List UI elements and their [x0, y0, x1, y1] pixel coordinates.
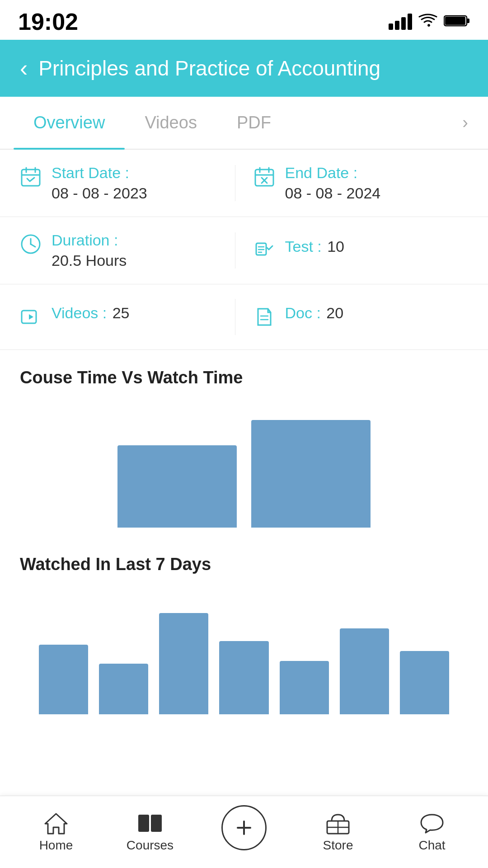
course-vs-watch-chart — [20, 401, 468, 528]
nav-chat[interactable]: Chat — [385, 812, 479, 853]
last7days-chart — [20, 588, 468, 714]
signal-icon — [389, 14, 412, 30]
chat-icon — [419, 812, 445, 835]
course-header: ‹ Principles and Practice of Accounting — [0, 40, 488, 97]
nav-add[interactable] — [197, 805, 291, 859]
status-icons — [389, 14, 470, 30]
duration-cell: Duration : 20.5 Hours — [20, 231, 235, 269]
wifi-icon — [418, 14, 437, 30]
doc-label: Doc : — [285, 304, 321, 321]
plus-icon — [234, 818, 254, 838]
back-button[interactable]: ‹ — [20, 57, 28, 80]
status-bar: 19:02 — [0, 0, 488, 40]
duration-label: Duration : — [52, 231, 127, 249]
dates-row: Start Date : 08 - 08 - 2023 End Date : 0… — [0, 150, 488, 217]
end-date-label: End Date : — [285, 164, 381, 182]
duration-value: 20.5 Hours — [52, 252, 127, 269]
start-date-label: Start Date : — [52, 164, 147, 182]
battery-icon — [444, 14, 470, 29]
nav-store[interactable]: Store — [291, 812, 385, 853]
course-vs-watch-section: Couse Time Vs Watch Time — [0, 350, 488, 537]
svg-rect-26 — [151, 815, 162, 832]
store-icon — [325, 812, 351, 835]
end-date-icon — [253, 166, 275, 189]
store-label: Store — [323, 838, 353, 853]
bar-day5 — [280, 661, 329, 714]
start-date-icon — [20, 166, 42, 189]
last7days-title: Watched In Last 7 Days — [20, 555, 468, 574]
tabs-more-arrow[interactable]: › — [456, 97, 474, 149]
test-cell: Test : 10 — [235, 238, 469, 263]
home-icon — [43, 812, 69, 835]
videos-value: 25 — [113, 304, 130, 321]
videos-cell: Videos : 25 — [20, 304, 235, 330]
tab-overview[interactable]: Overview — [14, 97, 125, 149]
doc-content: Doc : 20 — [285, 304, 344, 322]
bar-day7 — [400, 651, 449, 714]
add-button-circle[interactable] — [221, 805, 267, 850]
tab-videos[interactable]: Videos — [125, 97, 217, 149]
courses-label: Courses — [127, 838, 174, 853]
course-title: Principles and Practice of Accounting — [38, 56, 468, 80]
videos-label: Videos : — [52, 304, 107, 321]
test-content: Test : 10 — [285, 238, 345, 255]
bar-day4 — [219, 641, 268, 714]
test-value: 10 — [327, 238, 344, 255]
svg-rect-1 — [467, 19, 469, 23]
svg-marker-24 — [45, 814, 67, 834]
last7days-section: Watched In Last 7 Days — [0, 537, 488, 723]
bar-day2 — [99, 664, 148, 714]
tab-pdf[interactable]: PDF — [217, 97, 291, 149]
test-label: Test : — [285, 238, 322, 255]
nav-home[interactable]: Home — [9, 812, 103, 853]
bar-day1 — [39, 645, 88, 714]
courses-icon — [137, 812, 163, 835]
videos-doc-row: Videos : 25 Doc : 20 — [0, 284, 488, 350]
end-date-cell: End Date : 08 - 08 - 2024 — [235, 164, 469, 202]
svg-line-15 — [31, 244, 35, 247]
doc-icon — [253, 306, 275, 330]
end-date-value: 08 - 08 - 2024 — [285, 184, 381, 202]
course-vs-watch-title: Couse Time Vs Watch Time — [20, 368, 468, 387]
bar-course — [117, 445, 237, 528]
nav-courses[interactable]: Courses — [103, 812, 197, 853]
tab-bar: Overview Videos PDF › — [0, 97, 488, 150]
doc-cell: Doc : 20 — [235, 304, 469, 330]
bar-day6 — [340, 628, 389, 714]
doc-value: 20 — [326, 304, 343, 321]
duration-icon — [20, 233, 42, 257]
status-time: 19:02 — [18, 8, 78, 35]
svg-rect-3 — [22, 170, 40, 186]
svg-rect-25 — [138, 815, 149, 832]
start-date-content: Start Date : 08 - 08 - 2023 — [52, 164, 147, 202]
course-info-section: Start Date : 08 - 08 - 2023 End Date : 0… — [0, 150, 488, 350]
test-icon — [253, 240, 275, 263]
bar-watch — [251, 420, 371, 528]
end-date-content: End Date : 08 - 08 - 2024 — [285, 164, 381, 202]
video-icon — [20, 306, 42, 330]
chat-label: Chat — [418, 838, 445, 853]
duration-test-row: Duration : 20.5 Hours Test : 10 — [0, 217, 488, 284]
start-date-value: 08 - 08 - 2023 — [52, 184, 147, 202]
home-label: Home — [39, 838, 73, 853]
videos-content: Videos : 25 — [52, 304, 130, 322]
duration-content: Duration : 20.5 Hours — [52, 231, 127, 269]
svg-rect-2 — [445, 17, 465, 25]
svg-rect-7 — [255, 170, 273, 186]
svg-marker-21 — [29, 314, 33, 320]
bottom-nav: Home Courses Store Chat — [0, 796, 488, 868]
start-date-cell: Start Date : 08 - 08 - 2023 — [20, 164, 235, 202]
bar-day3 — [159, 613, 208, 714]
